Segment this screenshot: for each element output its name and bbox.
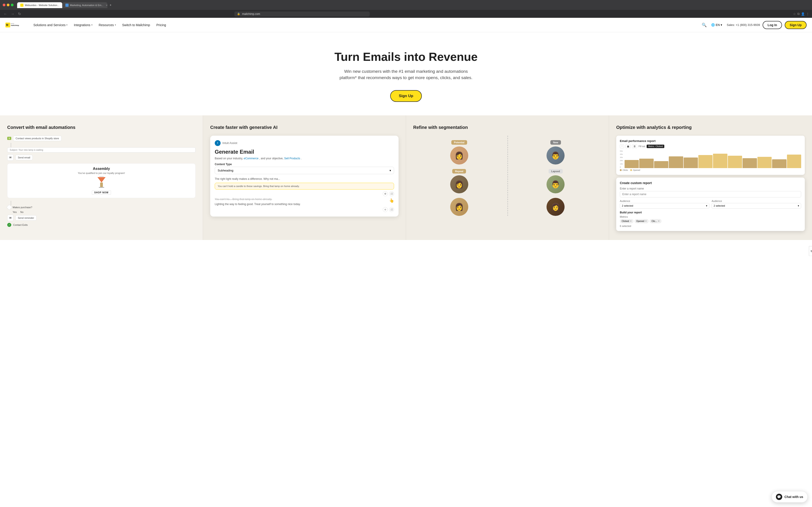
new-label: New: [550, 140, 561, 145]
forward-button[interactable]: →: [10, 11, 15, 16]
metric-opened: Opened ✕: [635, 219, 649, 223]
potential-label: Potential: [451, 140, 467, 145]
menu-button[interactable]: ⋮: [806, 12, 809, 16]
panel-automations: Convert with email automations S Contact…: [0, 115, 203, 240]
new-tab-button[interactable]: +: [107, 2, 114, 8]
tab-2[interactable]: Marketing, Automation & Em... ✕: [62, 2, 107, 8]
chevron-down-icon: ▾: [706, 205, 707, 207]
bar-5: [684, 158, 698, 168]
y-50k: 50k: [620, 150, 623, 152]
lamp-illustration: [11, 176, 192, 188]
metric-clicked-filter[interactable]: Metric: Clicked: [647, 145, 664, 148]
nav-solutions[interactable]: Solutions and Services ▾: [31, 21, 70, 29]
remove-opened[interactable]: ✕: [645, 220, 647, 223]
legend-opened: Opened: [630, 169, 640, 171]
y-30k: 30k: [620, 156, 623, 158]
sales-phone: Sales: +1 (800) 315-9939: [727, 23, 760, 26]
bar-7: [713, 154, 727, 168]
custom-report-panel: Create custom report Enter a report name…: [616, 178, 805, 231]
tab-1-favicon: [20, 4, 23, 7]
tab-1[interactable]: Webunites - Website Solution... ✕: [17, 2, 62, 8]
panel-automations-title: Convert with email automations: [7, 124, 196, 130]
bar-2: [639, 159, 653, 168]
profile-button[interactable]: 👤: [801, 12, 805, 16]
reload-button[interactable]: ↻: [17, 11, 22, 16]
ai-card-header: I Intuit Assist: [215, 140, 394, 146]
yes-label: Yes: [13, 211, 17, 213]
bookmark-button[interactable]: ☆: [793, 12, 796, 16]
emoji-icon[interactable]: ☺: [383, 207, 388, 212]
person-3-avatar: 👩: [450, 175, 468, 193]
shop-now-cta: SHOP NOW: [92, 190, 111, 195]
signup-button-header[interactable]: Sign Up: [785, 21, 807, 29]
hero-title: Turn Emails into Revenue: [5, 50, 807, 64]
ecommerce-link[interactable]: eCommerce: [244, 157, 258, 160]
copy-icon-2[interactable]: ⬜: [389, 207, 394, 212]
y-40k: 40k: [620, 153, 623, 155]
svg-text:M: M: [6, 23, 8, 26]
chevron-down-icon: ▾: [798, 205, 799, 207]
no-label: No: [20, 211, 23, 213]
metric-clic-partial: Clic... ✕: [650, 219, 662, 223]
traffic-lights: [3, 4, 13, 6]
panel-seg-title: Refine with segmentation: [413, 124, 602, 130]
y-10k: 10k: [620, 163, 623, 165]
maximize-button[interactable]: [11, 4, 13, 6]
metrics-label: Metrics: [620, 215, 801, 218]
tab-1-title: Webunites - Website Solution...: [25, 4, 59, 6]
y-0: 0: [620, 166, 623, 168]
chart-legend: Clicks Opened: [620, 169, 801, 171]
contact-exits-label: Contact Exits: [13, 224, 28, 226]
person-2-avatar: 👨: [547, 147, 565, 165]
ai-description: Based on your industry, eCommerce , and …: [215, 157, 394, 160]
chart-view-lines[interactable]: ⁻: [620, 145, 624, 148]
report-name-input[interactable]: [620, 191, 801, 198]
check-icon[interactable]: ⬜: [389, 191, 394, 196]
hero-signup-button[interactable]: Sign Up: [390, 90, 422, 102]
chevron-down-icon: ▾: [390, 169, 391, 172]
login-button[interactable]: Log In: [763, 21, 782, 29]
automation-flow: S Contact views products in Shopify stor…: [7, 136, 196, 227]
selected-count: 6 selected: [620, 225, 801, 227]
header-actions: 🔍 🌐 EN ▾ Sales: +1 (800) 315-9939 Log In…: [702, 21, 807, 29]
sell-products-link[interactable]: Sell Products: [284, 157, 300, 160]
nav-switch[interactable]: Switch to Mailchimp: [119, 21, 153, 29]
bar-6: [698, 155, 713, 168]
person-4-avatar: 👨: [547, 175, 565, 193]
search-icon[interactable]: 🔍: [702, 22, 707, 27]
ai-bottom-icons: ☺ ⬜: [215, 207, 394, 212]
nav-pricing[interactable]: Pricing: [154, 21, 169, 29]
nav-integrations[interactable]: Integrations ▾: [71, 21, 95, 29]
tab-2-close[interactable]: ✕: [106, 4, 107, 6]
flow-connector: [11, 143, 11, 147]
content-type-select[interactable]: Subheading ▾: [215, 167, 394, 174]
chart-view-bars[interactable]: ▦: [625, 145, 631, 148]
back-button[interactable]: ←: [3, 11, 8, 16]
minimize-button[interactable]: [7, 4, 9, 6]
bar-12: [787, 155, 801, 168]
extensions-button[interactable]: ⧉: [797, 12, 800, 16]
audience-select-2[interactable]: 2 selected ▾: [712, 203, 801, 209]
remove-clic[interactable]: ✕: [658, 220, 660, 223]
audience-select-1[interactable]: 2 selected ▾: [620, 203, 709, 209]
logo[interactable]: M INTUIT mailchimp: [5, 21, 23, 29]
tab-1-close[interactable]: ✕: [62, 4, 62, 6]
copy-icon[interactable]: ⊙: [383, 191, 388, 196]
person-5-avatar: 👩: [450, 198, 468, 216]
chevron-down-icon: ▾: [721, 23, 722, 26]
close-button[interactable]: [3, 4, 5, 6]
panel-analytics: Optimize with analytics & reporting Emai…: [609, 115, 812, 240]
panel-segmentation: Refine with segmentation Potential 👩 Rep…: [406, 115, 609, 240]
remove-clicked[interactable]: ✕: [630, 220, 632, 223]
chart-view-table[interactable]: ☰: [632, 145, 637, 148]
makes-purchase-label: Makes purchase?: [13, 206, 32, 209]
browser-nav: ← → ↻ 🔒 mailchimp.com ☆ ⧉ 👤 ⋮: [0, 10, 812, 18]
fill-out-label: Fill out: [639, 145, 645, 148]
nav-resources[interactable]: Resources ▾: [96, 21, 119, 29]
send-reminder-step: Send reminder: [15, 215, 37, 221]
language-selector[interactable]: 🌐 EN ▾: [709, 22, 724, 27]
send-email-step: Send email: [15, 155, 33, 160]
address-bar[interactable]: 🔒 mailchimp.com: [234, 11, 370, 16]
ai-suggestion-box: You can't hold a candle to these savings…: [215, 183, 394, 189]
audience-field-1: Audience 2 selected ▾: [620, 200, 709, 209]
